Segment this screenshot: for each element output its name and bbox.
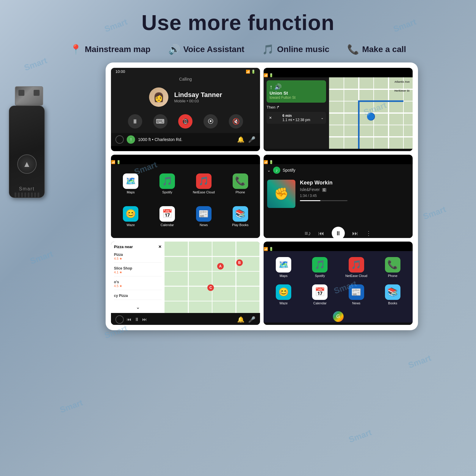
bluetooth-button[interactable]: ⦿	[203, 114, 218, 129]
search-title: Pizza near	[114, 245, 133, 249]
search-result-3[interactable]: o's 4.5 ★	[114, 278, 162, 290]
google-assistant-icon[interactable]: G	[333, 311, 344, 322]
search-result-1[interactable]: Pizza 4.5 ★	[114, 251, 162, 263]
usb-vents	[9, 192, 44, 198]
progress-bar-container	[300, 200, 347, 201]
dialpad-button[interactable]: ⌨	[153, 114, 167, 129]
appgrid2-battery-icon: 🔋	[269, 247, 273, 251]
page-title: Use more function	[0, 10, 476, 35]
expand-icon[interactable]: ⌄	[321, 116, 324, 120]
appgrid-content: 🗺️ Maps 🎵 Spotify 🎵 NetEase Cloud 📞 Phon…	[111, 164, 260, 236]
maps-then: Then ↱	[267, 105, 326, 109]
close-search-icon[interactable]: ✕	[158, 245, 162, 249]
eta-time: 6 min	[282, 114, 310, 118]
assistant-icon: G	[336, 314, 340, 319]
playbooks-app-label: Play Books	[232, 223, 248, 227]
app-phone[interactable]: 📞 Phone	[223, 169, 257, 198]
app2-news-label: News	[352, 301, 361, 305]
feature-voice-assistant: 🔊 Voice Assistant	[168, 44, 244, 55]
eta-distance: 1.1 mi • 12:38 pm	[282, 118, 310, 122]
ms-next-icon[interactable]: ⏭	[142, 317, 147, 322]
maps-time: 10:00	[264, 68, 275, 73]
app-news[interactable]: 📰 News	[187, 201, 221, 231]
track-progress: 1:34 / 3:45	[300, 194, 347, 198]
track-info: Keep Workin Isle&Fever E 1:34 / 3:45	[300, 180, 347, 201]
app2-news[interactable]: 📰 News	[339, 282, 373, 307]
battery-icon: 🔋	[251, 70, 256, 74]
netease-app-icon: 🎵	[196, 173, 212, 189]
queue-icon[interactable]: ≡♪	[305, 230, 311, 237]
maps-panel: ↑ 🔊 Union St toward Fulton St Then ↱ ✕ 6…	[264, 77, 329, 149]
ms-prev-icon[interactable]: ⏮	[127, 317, 131, 322]
maps-eta: ✕ 6 min 1.1 mi • 12:38 pm ⌄	[267, 112, 326, 124]
maps-status-bar: 10:00 📶 🔋	[264, 68, 413, 77]
screen-maps: 10:00 📶 🔋 ↑ 🔊 Union St toward Fulton St …	[264, 68, 413, 151]
usb-plug	[15, 86, 43, 106]
app-waze[interactable]: 😊 Waze	[114, 201, 148, 231]
spotify-chevron: ⌄	[267, 168, 271, 173]
caller-name-info: Lindsay Tanner Mobile • 00:03	[174, 91, 222, 103]
more-icon[interactable]: ⋮	[366, 230, 372, 237]
mapsearch-nav-bar: ⏮ ⏸ ⏭ 🔔 🎤	[111, 313, 260, 325]
appgrid2-status-icons: 📶 🔋	[264, 247, 413, 251]
maps-battery-icon: 🔋	[269, 73, 273, 77]
appgrid2-content: 🗺️ Maps 🎵 Spotify 🎵 NetEase Cloud 📞 Phon…	[264, 251, 413, 311]
search-result-2[interactable]: Slice Shop 4.1 ★	[114, 264, 162, 276]
mute-button[interactable]: 🔇	[229, 114, 243, 129]
app2-phone-label: Phone	[388, 274, 397, 278]
app-calendar[interactable]: 📅 Calendar	[151, 201, 184, 231]
end-call-button[interactable]: 📵	[178, 114, 192, 129]
app-spotify[interactable]: 🎵 Spotify	[151, 169, 184, 198]
caller-avatar: 👩	[149, 87, 168, 107]
feature-make-a-call: 📞 Make a call	[347, 44, 406, 55]
app2-maps-label: Maps	[280, 274, 288, 278]
app2-phone[interactable]: 📞 Phone	[376, 255, 410, 280]
eta-info: 6 min 1.1 mi • 12:38 pm	[282, 114, 310, 122]
pause-button[interactable]: ⏸	[128, 114, 142, 129]
usb-arrow-icon: ▲	[23, 159, 31, 169]
track-explicit-badge: E	[322, 188, 327, 192]
next-button[interactable]: ⏭	[352, 230, 358, 237]
play-pause-button[interactable]: ⏸	[332, 227, 345, 238]
phone-app-label: Phone	[236, 190, 245, 194]
screen-appgrid: 0:00 📶 🔋 🗺️ Maps 🎵 Spotify 🎵 NetEase C	[111, 155, 260, 238]
calendar-app-icon: 📅	[159, 206, 175, 222]
app2-books-label: Books	[388, 301, 397, 305]
mapsearch-nav-right: 🔔 🎤	[237, 316, 256, 323]
maps-map-view: 🔵 Atlantic Ave Herkimer St	[329, 77, 413, 149]
search-panel: Pizza near ✕ Pizza 4.5 ★ Slice Shop 4.1 …	[111, 242, 165, 313]
spotify-time: 12:32	[264, 155, 275, 160]
app2-news-icon: 📰	[349, 284, 364, 300]
usb-device: ▲ Smart	[9, 86, 45, 198]
direction-up-icon: ↑ 🔊	[270, 83, 323, 90]
spotify-status-icons: 📶 🔋	[264, 160, 413, 164]
album-art: ✊	[267, 180, 295, 208]
app2-books[interactable]: 📚 Books	[376, 282, 410, 307]
mapsearch-bell-icon: 🔔	[237, 316, 245, 323]
spotify-status-bar: 12:32 📶 🔋	[264, 155, 413, 164]
app2-netease[interactable]: 🎵 NetEase Cloud	[339, 255, 373, 280]
ms-pause-icon[interactable]: ⏸	[134, 317, 139, 322]
maps-content: ↑ 🔊 Union St toward Fulton St Then ↱ ✕ 6…	[264, 77, 413, 149]
watermark: Smart	[347, 428, 373, 444]
phone-app-icon: 📞	[233, 173, 248, 189]
app2-calendar[interactable]: 📅 Calendar	[303, 282, 337, 307]
screen-appgrid2: 10:00 📶 🔋 🗺️ Maps 🎵 Spotify 🎵 NetEase	[264, 242, 413, 325]
app2-maps[interactable]: 🗺️ Maps	[267, 255, 300, 280]
app-maps[interactable]: 🗺️ Maps	[114, 169, 148, 198]
feature-online-music-label: Online music	[277, 45, 329, 54]
prev-button[interactable]: ⏮	[318, 230, 324, 237]
app-netease[interactable]: 🎵 NetEase Cloud	[187, 169, 221, 198]
netease-app-label: NetEase Cloud	[193, 190, 215, 194]
close-icon[interactable]: ✕	[269, 116, 272, 120]
feature-voice-assistant-label: Voice Assistant	[183, 45, 244, 54]
usb-body: ▲ Smart	[9, 106, 45, 198]
result-2-name: Slice Shop	[114, 266, 162, 270]
screens-container: 10:00 📶 🔋 Calling 👩 Lindsay Tanner Mobil…	[106, 62, 418, 330]
search-result-4[interactable]: cy Pizza	[114, 292, 162, 300]
app2-waze[interactable]: 😊 Waze	[267, 282, 300, 307]
direction-toward: toward Fulton St	[270, 95, 323, 100]
maps-wifi-icon: 📶	[264, 73, 268, 77]
app-playbooks[interactable]: 📚 Play Books	[223, 201, 257, 231]
app2-spotify[interactable]: 🎵 Spotify	[303, 255, 337, 280]
